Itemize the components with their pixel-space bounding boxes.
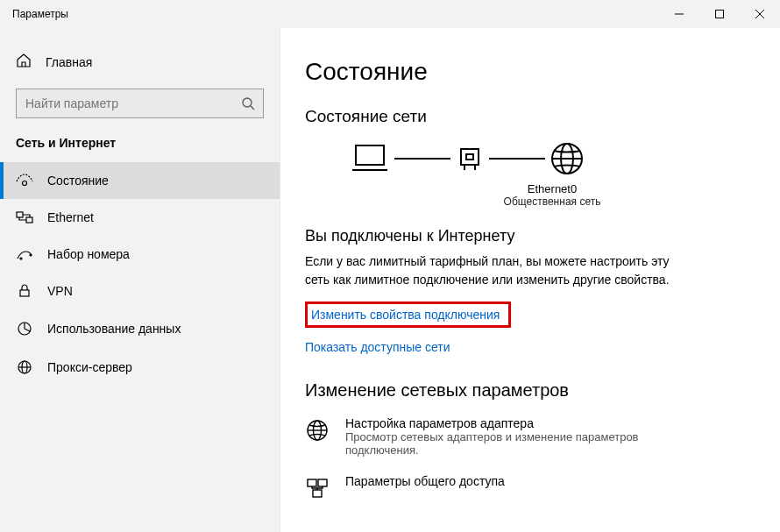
network-status-heading: Состояние сети bbox=[305, 107, 755, 126]
connection-type: Общественная сеть bbox=[349, 195, 755, 208]
search-box[interactable] bbox=[16, 89, 264, 118]
sidebar-section-title: Сеть и Интернет bbox=[0, 136, 280, 162]
svg-rect-26 bbox=[318, 479, 327, 486]
sidebar-item-label: Состояние bbox=[47, 174, 109, 188]
svg-point-6 bbox=[23, 181, 27, 186]
connection-name: Ethernet0 bbox=[349, 182, 755, 195]
sidebar-item-label: Использование данных bbox=[47, 322, 181, 336]
link-change-connection-properties[interactable]: Изменить свойства подключения bbox=[305, 301, 511, 328]
sidebar-item-ethernet[interactable]: Ethernet bbox=[0, 199, 280, 236]
router-icon bbox=[454, 142, 486, 175]
sharing-icon bbox=[305, 474, 331, 503]
sidebar-item-status[interactable]: Состояние bbox=[0, 162, 280, 199]
maximize-button[interactable] bbox=[699, 0, 740, 28]
sidebar-item-label: Прокси-сервер bbox=[47, 360, 132, 374]
sidebar-item-label: VPN bbox=[47, 284, 73, 298]
option-desc: Просмотр сетевых адаптеров и изменение п… bbox=[345, 430, 678, 457]
nav-home[interactable]: Главная bbox=[0, 44, 280, 80]
sidebar-item-vpn[interactable]: VPN bbox=[0, 273, 280, 309]
link-show-available-networks[interactable]: Показать доступные сети bbox=[305, 340, 450, 354]
option-title: Параметры общего доступа bbox=[345, 474, 505, 488]
sidebar-item-label: Набор номера bbox=[47, 247, 130, 261]
window-controls bbox=[659, 0, 780, 28]
option-title: Настройка параметров адаптера bbox=[345, 416, 678, 430]
status-icon bbox=[16, 174, 33, 188]
data-usage-icon bbox=[16, 321, 33, 337]
option-sharing-settings[interactable]: Параметры общего доступа bbox=[305, 474, 755, 503]
svg-point-4 bbox=[243, 98, 252, 107]
ethernet-icon bbox=[16, 211, 33, 223]
svg-point-9 bbox=[20, 258, 22, 259]
connection-line bbox=[394, 158, 450, 160]
search-input[interactable] bbox=[17, 96, 233, 110]
search-icon bbox=[233, 96, 263, 110]
adapter-icon bbox=[305, 416, 331, 445]
window-title: Параметры bbox=[12, 8, 68, 20]
sidebar-item-label: Ethernet bbox=[47, 210, 94, 224]
change-settings-heading: Изменение сетевых параметров bbox=[305, 380, 755, 401]
svg-rect-27 bbox=[313, 490, 322, 497]
globe-icon bbox=[16, 359, 33, 375]
svg-rect-17 bbox=[461, 149, 479, 165]
connected-heading: Вы подключены к Интернету bbox=[305, 227, 755, 245]
svg-rect-11 bbox=[20, 290, 29, 296]
close-button[interactable] bbox=[740, 0, 780, 28]
network-diagram bbox=[349, 140, 755, 177]
sidebar-item-data-usage[interactable]: Использование данных bbox=[0, 309, 280, 348]
svg-rect-18 bbox=[466, 154, 473, 160]
svg-rect-16 bbox=[356, 145, 384, 165]
laptop-icon bbox=[349, 142, 391, 175]
connection-line bbox=[489, 158, 545, 160]
svg-line-5 bbox=[251, 106, 254, 110]
option-adapter-settings[interactable]: Настройка параметров адаптера Просмотр с… bbox=[305, 416, 755, 457]
svg-point-10 bbox=[30, 254, 32, 256]
svg-rect-8 bbox=[26, 217, 32, 223]
svg-rect-25 bbox=[308, 479, 316, 486]
svg-rect-7 bbox=[17, 212, 23, 217]
nav-home-label: Главная bbox=[46, 55, 92, 69]
dialup-icon bbox=[16, 247, 33, 261]
sidebar-item-dialup[interactable]: Набор номера bbox=[0, 236, 280, 273]
sidebar-item-proxy[interactable]: Прокси-сервер bbox=[0, 348, 280, 387]
vpn-icon bbox=[16, 284, 33, 298]
internet-globe-icon bbox=[549, 140, 585, 177]
connected-description: Если у вас лимитный тарифный план, вы мо… bbox=[305, 252, 682, 289]
sidebar: Главная Сеть и Интернет Сос bbox=[0, 28, 280, 532]
svg-rect-1 bbox=[716, 11, 724, 18]
minimize-button[interactable] bbox=[659, 0, 699, 28]
content: Состояние Состояние сети bbox=[280, 28, 780, 532]
page-title: Состояние bbox=[305, 58, 755, 86]
titlebar: Параметры bbox=[0, 0, 780, 28]
home-icon bbox=[16, 53, 32, 71]
